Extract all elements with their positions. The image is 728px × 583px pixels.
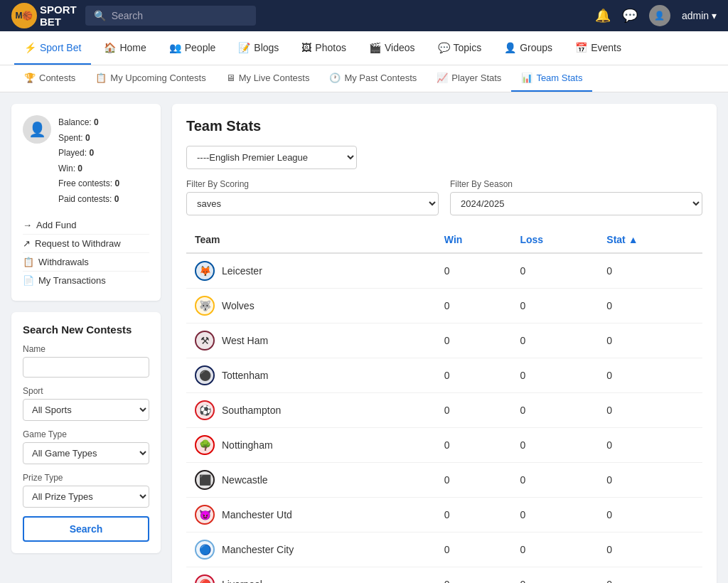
tab-upcoming-contests[interactable]: 📋 My Upcoming Contests: [85, 65, 215, 92]
search-button[interactable]: Search: [23, 516, 149, 542]
gametype-label: Game Type: [23, 429, 149, 439]
live-icon: 🖥: [226, 73, 235, 83]
table-row: 🌳 Nottingham 0 0 0: [186, 428, 702, 463]
tab-past-contests[interactable]: 🕐 My Past Contests: [319, 65, 427, 92]
played-value: 0: [89, 148, 94, 158]
nav-sport-bet[interactable]: ⚡ Sport Bet: [14, 31, 91, 65]
nav-events[interactable]: 📅 Events: [565, 31, 631, 65]
col-stat[interactable]: Stat ▲: [598, 227, 702, 253]
team-cell-6: ⬛ Newcastle: [186, 463, 436, 498]
win-val-2: 0: [436, 323, 512, 358]
withdrawals-link[interactable]: 📋 Withdrawals: [23, 253, 149, 272]
tab-player-stats[interactable]: 📈 Player Stats: [427, 65, 511, 92]
loss-val-1: 0: [511, 289, 598, 323]
stat-val-3: 0: [598, 358, 702, 393]
search-card: Search New Contests Name Sport All Sport…: [11, 312, 161, 553]
topics-icon: 💬: [438, 42, 450, 53]
league-select[interactable]: ----English Premier League La Liga Bunde…: [186, 146, 357, 169]
team-cell-1: 🐺 Wolves: [186, 289, 436, 323]
prizetype-select[interactable]: All Prize Types Cash Free: [23, 486, 149, 508]
past-icon: 🕐: [329, 73, 341, 83]
team-stats-icon: 📊: [521, 73, 532, 83]
team-name-8: Manchester City: [222, 544, 294, 555]
gametype-select[interactable]: All Game Types Head-to-Head Tournament: [23, 442, 149, 464]
loss-val-6: 0: [511, 463, 598, 498]
win-val-4: 0: [436, 393, 512, 428]
admin-menu[interactable]: admin ▾: [682, 10, 717, 21]
team-name-7: Manchester Utd: [222, 509, 292, 520]
upcoming-icon: 📋: [95, 73, 107, 83]
loss-val-2: 0: [511, 323, 598, 358]
videos-icon: 🎬: [369, 42, 381, 53]
nav-photos[interactable]: 🖼 Photos: [291, 31, 356, 65]
groups-icon: 👤: [504, 42, 516, 53]
search-bar[interactable]: 🔍 Search: [85, 6, 256, 26]
nav-topics[interactable]: 💬 Topics: [428, 31, 492, 65]
win-val-3: 0: [436, 358, 512, 393]
team-logo-5: 🌳: [195, 435, 215, 455]
team-cell-5: 🌳 Nottingham: [186, 428, 436, 463]
filter-row: Filter By Scoring saves goals assists cl…: [186, 179, 702, 215]
nav-videos[interactable]: 🎬 Videos: [359, 31, 425, 65]
blogs-icon: 📝: [238, 42, 250, 53]
sidebar: 👤 Balance: 0 Spent: 0 Played: 0 Win: 0 F…: [11, 104, 161, 583]
tab-contests[interactable]: 🏆 Contests: [14, 65, 85, 92]
add-fund-icon: →: [23, 220, 32, 230]
played-label: Played:: [58, 148, 87, 158]
stat-val-2: 0: [598, 323, 702, 358]
main-content: Team Stats ----English Premier League La…: [172, 104, 717, 583]
win-val-9: 0: [436, 567, 512, 584]
search-icon: 🔍: [94, 10, 106, 21]
loss-val-8: 0: [511, 533, 598, 567]
tab-live-contests[interactable]: 🖥 My Live Contests: [216, 65, 320, 92]
sidebar-links: → Add Fund ↗ Request to Withdraw 📋 Withd…: [23, 216, 149, 289]
top-nav: M🏀 SPORTBET 🔍 Search 🔔 💬 👤 admin ▾: [0, 0, 728, 31]
win-val-7: 0: [436, 498, 512, 533]
nav-blogs[interactable]: 📝 Blogs: [228, 31, 289, 65]
scoring-select[interactable]: saves goals assists clean_sheets: [186, 192, 439, 215]
withdraw-link[interactable]: ↗ Request to Withdraw: [23, 235, 149, 253]
tab-team-stats[interactable]: 📊 Team Stats: [511, 65, 592, 92]
contests-icon: 🏆: [24, 73, 36, 83]
avatar[interactable]: 👤: [649, 5, 670, 26]
season-select[interactable]: 2024/2025 2023/2024 2022/2023: [450, 192, 702, 215]
team-name-9: Liverpool: [222, 579, 262, 583]
col-team: Team: [186, 227, 436, 253]
add-fund-link[interactable]: → Add Fund: [23, 216, 149, 235]
people-icon: 👥: [169, 42, 181, 53]
name-input[interactable]: [23, 357, 149, 378]
table-row: 😈 Manchester Utd 0 0 0: [186, 498, 702, 533]
user-info: 👤 Balance: 0 Spent: 0 Played: 0 Win: 0 F…: [23, 115, 149, 208]
sport-bet-icon: ⚡: [24, 42, 36, 53]
notification-icon[interactable]: 🔔: [595, 8, 611, 23]
col-loss: Loss: [511, 227, 598, 253]
user-card: 👤 Balance: 0 Spent: 0 Played: 0 Win: 0 F…: [11, 104, 161, 301]
stat-val-5: 0: [598, 428, 702, 463]
page-title: Team Stats: [186, 118, 702, 134]
logo[interactable]: M🏀 SPORTBET: [11, 3, 77, 28]
prizetype-label: Prize Type: [23, 473, 149, 483]
team-cell-0: 🦊 Leicester: [186, 253, 436, 289]
balance-label: Balance:: [58, 117, 92, 127]
message-icon[interactable]: 💬: [622, 8, 638, 23]
scoring-filter-group: Filter By Scoring saves goals assists cl…: [186, 179, 439, 215]
loss-val-0: 0: [511, 253, 598, 289]
nav-home[interactable]: 🏠 Home: [94, 31, 156, 65]
table-row: 🐺 Wolves 0 0 0: [186, 289, 702, 323]
events-icon: 📅: [575, 42, 587, 53]
name-group: Name: [23, 344, 149, 378]
sport-select[interactable]: All Sports Football Cricket Basketball: [23, 399, 149, 421]
transactions-link[interactable]: 📄 My Transactions: [23, 272, 149, 289]
player-stats-icon: 📈: [437, 73, 448, 83]
stats-table: Team Win Loss Stat ▲ 🦊 Leicester 0 0 0: [186, 227, 702, 583]
team-name-4: Southampton: [222, 405, 281, 416]
win-value: 0: [77, 164, 82, 173]
balance-value: 0: [94, 117, 99, 127]
loss-val-9: 0: [511, 567, 598, 584]
stat-val-8: 0: [598, 533, 702, 567]
team-name-6: Newcastle: [222, 474, 268, 486]
withdrawals-icon: 📋: [23, 257, 34, 267]
spent-label: Spent:: [58, 133, 83, 143]
nav-people[interactable]: 👥 People: [159, 31, 226, 65]
nav-groups[interactable]: 👤 Groups: [494, 31, 562, 65]
